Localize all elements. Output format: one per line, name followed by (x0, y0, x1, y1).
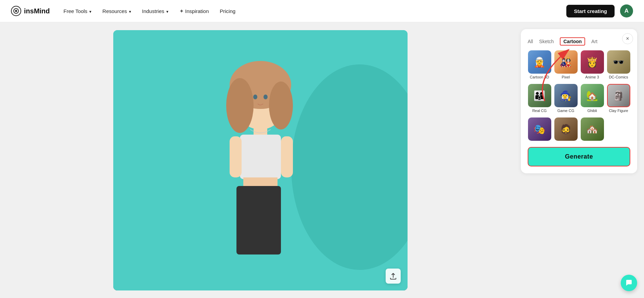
style-gamecg[interactable]: 🧙‍♀️ Game CG (554, 84, 578, 113)
close-button[interactable]: × (622, 33, 633, 44)
style-grid-row2-container: 👨‍👩‍👦 Real CG 🧙‍♀️ Game CG 🏡 Ghibli (528, 84, 630, 113)
nav-resources[interactable]: Resources (102, 8, 131, 14)
svg-rect-11 (236, 186, 281, 254)
svg-rect-8 (254, 123, 267, 136)
style-thumb-cartoon3d: 🧝 (528, 50, 551, 74)
nav-free-tools[interactable]: Free Tools (64, 8, 92, 14)
style-label-pixel: Pixel (562, 75, 570, 79)
chevron-icon (166, 8, 168, 14)
style-label-gamecg: Game CG (557, 109, 575, 113)
style-dccomics[interactable]: 🕶️ DC-Comics (607, 50, 630, 79)
nav-industries[interactable]: Industries (142, 8, 168, 14)
svg-point-6 (226, 78, 254, 133)
tab-all[interactable]: All (528, 38, 533, 45)
style-label-cartoon3d: Cartoon 3D (530, 75, 549, 79)
style-label-dccomics: DC-Comics (609, 75, 628, 79)
style-thumb-clayfigure: 🗿 (607, 84, 630, 107)
svg-rect-13 (281, 136, 293, 177)
style-label-ghibli: Ghibli (587, 109, 597, 113)
logo[interactable]: insMind (11, 6, 50, 16)
svg-rect-9 (240, 135, 281, 179)
style-realcg[interactable]: 👨‍👩‍👦 Real CG (528, 84, 551, 113)
main-image (113, 30, 408, 290)
svg-point-1 (15, 10, 17, 12)
filter-tabs: All Sketch Cartoon Art (528, 36, 630, 46)
nav-items: Free Tools Resources Industries ✦ Inspir… (64, 8, 567, 14)
style-row3c[interactable]: 🏘️ (580, 117, 604, 141)
style-thumb-ghibli: 🏡 (581, 84, 604, 107)
tab-cartoon[interactable]: Cartoon (560, 37, 585, 46)
generate-button[interactable]: Generate (528, 147, 630, 166)
style-thumb-gamecg: 🧙‍♀️ (554, 84, 578, 107)
style-thumb-anime3: 👸 (581, 50, 604, 74)
style-pixel[interactable]: 🎎 Pixel (554, 50, 578, 79)
style-thumb-dccomics: 🕶️ (607, 50, 630, 74)
style-anime3[interactable]: 👸 Anime 3 (580, 50, 604, 79)
nav-right: Start creating A (566, 4, 633, 17)
style-ghibli[interactable]: 🏡 Ghibli (580, 84, 604, 113)
style-row3b[interactable]: 🧔 (554, 117, 578, 141)
svg-point-14 (253, 95, 257, 99)
logo-text: insMind (24, 7, 50, 15)
tab-art[interactable]: Art (591, 38, 597, 45)
svg-point-7 (269, 82, 293, 129)
style-thumb-row3b: 🧔 (554, 117, 578, 141)
style-thumb-realcg: 👨‍👩‍👦 (528, 84, 551, 107)
svg-point-15 (263, 95, 268, 99)
start-creating-button[interactable]: Start creating (566, 5, 615, 17)
upload-button[interactable] (386, 269, 401, 284)
style-row3a[interactable]: 🎭 (528, 117, 551, 141)
style-grid-row3: 🎭 🧔 🏘️ (528, 117, 630, 141)
nav-pricing[interactable]: Pricing (220, 8, 235, 14)
style-cartoon3d[interactable]: 🧝 Cartoon 3D (528, 50, 551, 79)
style-thumb-row3c: 🏘️ (581, 117, 604, 141)
style-thumb-pixel: 🎎 (554, 50, 578, 74)
chevron-icon (89, 8, 91, 14)
style-grid-row2: 👨‍👩‍👦 Real CG 🧙‍♀️ Game CG 🏡 Ghibli (528, 84, 630, 113)
logo-icon (11, 6, 21, 16)
svg-rect-12 (230, 136, 242, 177)
style-label-anime3: Anime 3 (585, 75, 599, 79)
style-picker-panel: × All Sketch Cartoon Art 🧝 Cartoon 3D 🎎 … (521, 29, 637, 173)
avatar[interactable]: A (620, 4, 633, 17)
style-clayfigure[interactable]: 🗿 Clay Figure (607, 84, 630, 113)
spark-icon: ✦ (179, 8, 184, 14)
style-grid-row1: 🧝 Cartoon 3D 🎎 Pixel 👸 Anime 3 🕶️ (528, 50, 630, 79)
left-panel (0, 22, 521, 298)
chat-fab[interactable] (621, 275, 637, 291)
chevron-icon (128, 8, 131, 14)
main-layout: × All Sketch Cartoon Art 🧝 Cartoon 3D 🎎 … (0, 22, 644, 298)
style-label-clayfigure: Clay Figure (609, 109, 628, 113)
navbar: insMind Free Tools Resources Industries … (0, 0, 644, 22)
style-label-realcg: Real CG (532, 109, 546, 113)
style-thumb-row3a: 🎭 (528, 117, 551, 141)
nav-inspiration[interactable]: ✦ Inspiration (179, 8, 209, 14)
image-container (113, 30, 408, 290)
tab-sketch[interactable]: Sketch (539, 38, 554, 45)
